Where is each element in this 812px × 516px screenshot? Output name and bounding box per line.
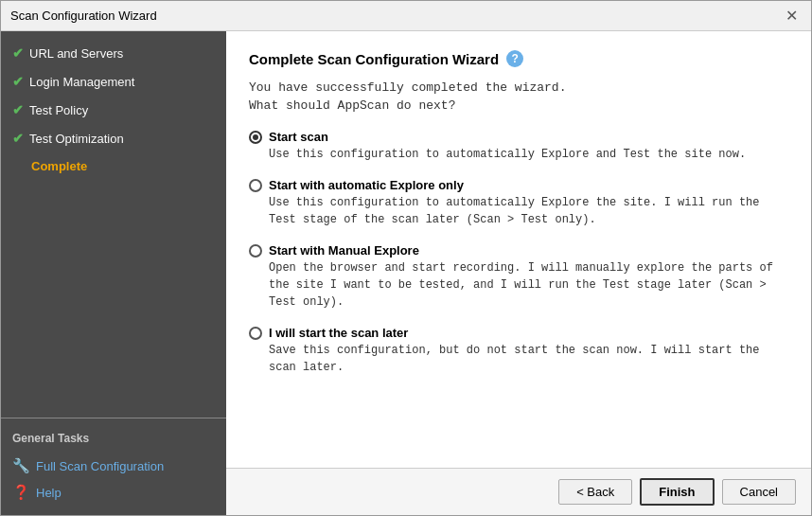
option-label-row-1: Start scan — [249, 130, 788, 144]
sidebar-item-label: Test Policy — [29, 103, 88, 117]
radio-automatic-explore[interactable] — [249, 179, 262, 192]
full-scan-config-link[interactable]: 🔧 Full Scan Configuration — [1, 453, 226, 479]
sidebar-item-label: URL and Servers — [29, 46, 123, 61]
main-panel: Complete Scan Configuration Wizard ? You… — [226, 31, 811, 515]
wrench-icon: 🔧 — [12, 457, 30, 474]
option-desc-4: Save this configuration, but do not star… — [269, 342, 788, 376]
sidebar-item-login-management[interactable]: ✔ Login Management — [1, 67, 226, 96]
radio-manual-explore[interactable] — [249, 244, 262, 258]
sidebar-bottom: General Tasks 🔧 Full Scan Configuration … — [1, 418, 226, 515]
sidebar-item-label: Login Management — [29, 75, 134, 89]
sidebar-item-test-optimization[interactable]: ✔ Test Optimization — [1, 124, 226, 152]
window-title: Scan Configuration Wizard — [10, 9, 157, 23]
main-content-area: ✔ URL and Servers ✔ Login Management ✔ T… — [1, 31, 811, 515]
option-desc-1: Use this configuration to automatically … — [269, 146, 788, 163]
option-label-row-4: I will start the scan later — [249, 326, 788, 340]
close-button[interactable]: ✕ — [782, 7, 802, 25]
option-start-scan: Start scan Use this configuration to aut… — [249, 130, 788, 163]
success-line-1: You have successfully completed the wiza… — [249, 80, 788, 95]
cancel-button[interactable]: Cancel — [722, 479, 796, 505]
sidebar-item-label: Test Optimization — [29, 132, 124, 146]
option-label-row-3: Start with Manual Explore — [249, 243, 788, 258]
success-line-2: What should AppScan do next? — [249, 98, 788, 113]
option-start-later: I will start the scan later Save this co… — [249, 326, 788, 376]
radio-start-scan[interactable] — [249, 131, 262, 144]
general-tasks-label: General Tasks — [1, 428, 226, 453]
option-label-4: I will start the scan later — [269, 326, 408, 340]
sidebar-item-url-servers[interactable]: ✔ URL and Servers — [1, 39, 226, 67]
sidebar: ✔ URL and Servers ✔ Login Management ✔ T… — [1, 31, 226, 515]
option-label-1: Start scan — [269, 130, 328, 144]
help-link[interactable]: ❓ Help — [1, 479, 226, 506]
main-content: Complete Scan Configuration Wizard ? You… — [226, 31, 811, 468]
check-icon: ✔ — [12, 131, 24, 146]
check-icon: ✔ — [12, 74, 24, 89]
help-icon-sidebar: ❓ — [12, 484, 30, 501]
option-manual-explore: Start with Manual Explore Open the brows… — [249, 243, 788, 311]
option-automatic-explore: Start with automatic Explore only Use th… — [249, 178, 788, 228]
option-desc-3: Open the browser and start recording. I … — [269, 259, 788, 311]
option-desc-2: Use this configuration to automatically … — [269, 194, 788, 228]
title-row: Complete Scan Configuration Wizard ? — [249, 50, 788, 67]
option-label-row-2: Start with automatic Explore only — [249, 178, 788, 192]
check-icon: ✔ — [12, 45, 24, 61]
back-button[interactable]: < Back — [558, 479, 632, 505]
sidebar-item-complete[interactable]: Complete — [1, 152, 226, 180]
finish-button[interactable]: Finish — [640, 478, 714, 506]
panel-title: Complete Scan Configuration Wizard — [249, 51, 499, 67]
option-label-2: Start with automatic Explore only — [269, 178, 464, 192]
radio-start-later[interactable] — [249, 327, 262, 340]
bottom-bar: < Back Finish Cancel — [226, 468, 811, 515]
options-section: Start scan Use this configuration to aut… — [249, 130, 788, 376]
option-label-3: Start with Manual Explore — [269, 243, 419, 258]
help-tooltip-icon[interactable]: ? — [506, 50, 523, 67]
wizard-window: Scan Configuration Wizard ✕ ✔ URL and Se… — [0, 0, 812, 516]
title-bar: Scan Configuration Wizard ✕ — [1, 1, 811, 31]
sidebar-item-label: Complete — [31, 159, 87, 173]
sidebar-item-test-policy[interactable]: ✔ Test Policy — [1, 96, 226, 124]
full-scan-label: Full Scan Configuration — [36, 459, 164, 473]
check-icon: ✔ — [12, 102, 24, 117]
help-label: Help — [36, 486, 62, 500]
